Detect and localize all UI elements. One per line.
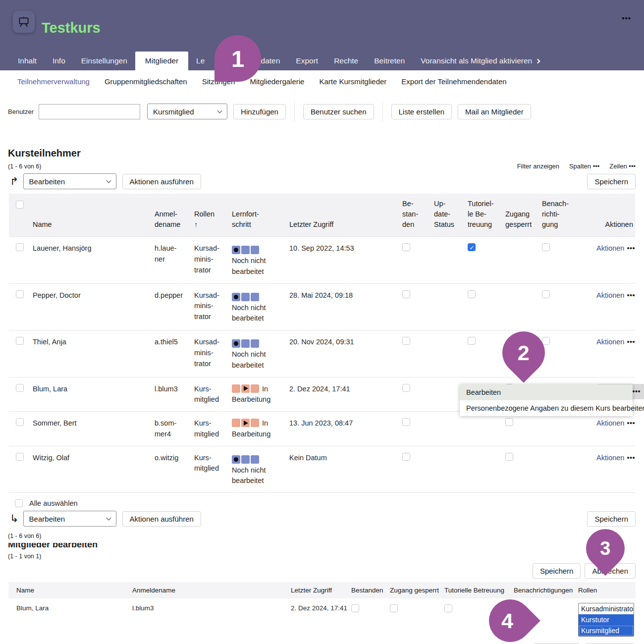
subtab-karte-kursmitglieder[interactable]: Karte Kursmitglieder: [319, 77, 386, 86]
cell-name: Witzig, Olaf: [33, 446, 155, 493]
role-select[interactable]: Kursmitglied: [147, 104, 227, 119]
benachrichtigung-checkbox[interactable]: [542, 290, 550, 298]
bulk-action-select[interactable]: Bearbeiten: [23, 173, 116, 189]
progress-label: Noch nicht bearbeitet: [232, 349, 285, 371]
participants-count: (1 - 6 von 6): [8, 163, 41, 170]
aktionen-ausfuehren-button-bottom[interactable]: Aktionen ausführen: [122, 511, 201, 527]
bestanden-checkbox[interactable]: [402, 418, 410, 426]
select-all-label: Alle auswählen: [29, 499, 78, 507]
menu-item-personenbezogene-angaben[interactable]: Personenbezogene Angaben zu diesem Kurs …: [460, 400, 633, 416]
liste-erstellen-button[interactable]: Liste erstellen: [391, 104, 452, 119]
subtab-export-teilnehmendendaten[interactable]: Export der Teilnehmendendaten: [401, 77, 506, 86]
tab-voransicht-label: Voransicht als Mitglied aktivieren: [421, 56, 532, 65]
aktionen-ausfuehren-button[interactable]: Aktionen ausführen: [122, 174, 201, 189]
edit-table-header-row: Name Anmeldename Letzter Zugriff Bestand…: [8, 582, 636, 598]
cell-progress: Noch nicht bearbeitet: [232, 330, 289, 377]
table-row-pepper: Pepper, Doctor d.pepper Kursad- minis- t…: [9, 283, 635, 330]
menu-item-bearbeiten[interactable]: Bearbeiten: [460, 384, 633, 400]
add-user-form: Benutzer Kursmitglied Hinzufügen Benutze…: [8, 101, 644, 122]
tutorielle-checkbox[interactable]: [468, 290, 476, 298]
bestanden-checkbox[interactable]: [402, 453, 410, 461]
col-zugang-gesperrt[interactable]: Zugang gesperrt: [505, 194, 542, 237]
role-option-kursadministrator[interactable]: Kursadministrator: [579, 603, 634, 614]
row-checkbox[interactable]: [16, 290, 24, 298]
subtab-mitgliedergalerie[interactable]: Mitgliedergalerie: [250, 77, 304, 86]
cell-role: Kursad- minis- trator: [194, 237, 232, 284]
tutorielle-checkbox[interactable]: [444, 604, 452, 612]
cell-name: Sommer, Bert: [33, 412, 155, 446]
hinzufuegen-button[interactable]: Hinzufügen: [233, 104, 286, 119]
benutzer-suchen-button[interactable]: Benutzer suchen: [303, 104, 374, 119]
zeilen-link[interactable]: Zeilen •••: [609, 162, 636, 170]
benachrichtigung-checkbox[interactable]: [542, 243, 550, 251]
col-anmeldename[interactable]: Anmel- dename: [155, 194, 194, 237]
tab-export[interactable]: Export: [288, 52, 326, 70]
aktionen-link[interactable]: Aktionen•••: [596, 419, 635, 427]
col-benachrichtigung[interactable]: Benach- richti- gung: [542, 194, 596, 237]
course-tab-bar: Inhalt Info Einstellungen Mitglieder Le …: [10, 52, 547, 70]
progress-indicator: [232, 293, 259, 301]
bestanden-checkbox[interactable]: [351, 604, 359, 612]
tab-einstellungen[interactable]: Einstellungen: [73, 52, 135, 70]
progress-label: Noch nicht bearbeitet: [232, 303, 285, 324]
col-tutorielle-betreuung[interactable]: Tutoriel- le Be- treuung: [468, 194, 505, 237]
row-checkbox[interactable]: [16, 243, 24, 251]
aktionen-link[interactable]: Aktionen•••: [596, 244, 635, 252]
role-option-kurstutor[interactable]: Kurstutor: [579, 614, 634, 625]
tab-inhalt[interactable]: Inhalt: [10, 52, 45, 70]
col-bestanden: Bestanden: [351, 582, 390, 598]
col-rollen: Rollen: [578, 582, 636, 598]
cell-progress: Noch nicht bearbeitet: [232, 283, 289, 330]
col-tutorielle-betreuung: Tutorielle Betreuung: [444, 582, 514, 598]
bestanden-checkbox[interactable]: [402, 243, 410, 251]
bestanden-checkbox[interactable]: [402, 337, 410, 345]
table-tools: Filter anzeigen Spalten ••• Zeilen •••: [517, 162, 636, 170]
aktionen-link[interactable]: Aktionen•••: [596, 291, 635, 299]
select-all-checkbox[interactable]: [15, 499, 23, 507]
zugang-checkbox[interactable]: [505, 453, 513, 461]
row-checkbox[interactable]: [16, 384, 24, 392]
speichern-button-bottom[interactable]: Speichern: [587, 511, 636, 527]
row-checkbox[interactable]: [16, 337, 24, 345]
select-all-header-checkbox[interactable]: [16, 201, 24, 209]
subtab-gruppenmitgliedschaften[interactable]: Gruppenmitgliedschaften: [105, 77, 187, 86]
mail-an-mitglieder-button[interactable]: Mail an Mitglieder: [458, 104, 531, 119]
tutorielle-checkbox[interactable]: [468, 243, 476, 251]
bulk-action-select-bottom[interactable]: Bearbeiten: [23, 511, 116, 527]
col-name[interactable]: Name: [33, 194, 155, 237]
spalten-link[interactable]: Spalten •••: [569, 162, 599, 170]
col-update-status[interactable]: Up- date- Status: [434, 194, 468, 237]
role-option-kursmitglied[interactable]: Kursmitglied: [579, 625, 634, 636]
progress-indicator: [232, 419, 259, 427]
speichern-button-panel-top[interactable]: Speichern: [533, 563, 581, 579]
header-more-menu-icon[interactable]: •••: [622, 14, 631, 22]
bestanden-checkbox[interactable]: [402, 384, 410, 392]
edit-table-row-blum: Blum, Lara l.blum3 2. Dez 2024, 17:41 Ku…: [8, 598, 636, 637]
speichern-button-top[interactable]: Speichern: [587, 174, 636, 189]
tab-info[interactable]: Info: [45, 52, 73, 70]
cell-name: Blum, Lara: [8, 598, 132, 637]
row-checkbox[interactable]: [16, 453, 24, 461]
subtab-teilnehmerverwaltung[interactable]: Teilnehmerverwaltung: [17, 77, 90, 86]
col-letzter-zugriff[interactable]: Letzter Zugriff: [289, 194, 402, 237]
row-checkbox[interactable]: [16, 418, 24, 426]
zugang-checkbox[interactable]: [390, 604, 398, 612]
bestanden-checkbox[interactable]: [402, 290, 410, 298]
easel-board-icon: [17, 15, 30, 28]
col-rollen-sorted[interactable]: Rollen ↑: [194, 194, 232, 237]
tab-rechte[interactable]: Rechte: [326, 52, 366, 70]
col-lernfortschritt[interactable]: Lernfort- schritt: [232, 194, 289, 237]
aktionen-link[interactable]: Aktionen•••: [596, 454, 635, 462]
cell-progress: In Bearbeitung: [232, 412, 289, 446]
roles-listbox[interactable]: Kursadministrator Kurstutor Kursmitglied: [578, 603, 634, 637]
tab-beitreten[interactable]: Beitreten: [366, 52, 413, 70]
col-letzter-zugriff: Letzter Zugriff: [291, 582, 351, 598]
benutzer-input[interactable]: [39, 104, 140, 119]
tab-voransicht[interactable]: Voransicht als Mitglied aktivieren: [413, 52, 547, 70]
zugang-checkbox[interactable]: [505, 418, 513, 426]
aktionen-link[interactable]: Aktionen•••: [596, 338, 635, 346]
tutorielle-checkbox[interactable]: [468, 337, 476, 345]
col-bestanden[interactable]: Be- stan- den: [402, 194, 434, 237]
filter-anzeigen-link[interactable]: Filter anzeigen: [517, 162, 559, 170]
tab-mitglieder[interactable]: Mitglieder: [135, 52, 188, 70]
